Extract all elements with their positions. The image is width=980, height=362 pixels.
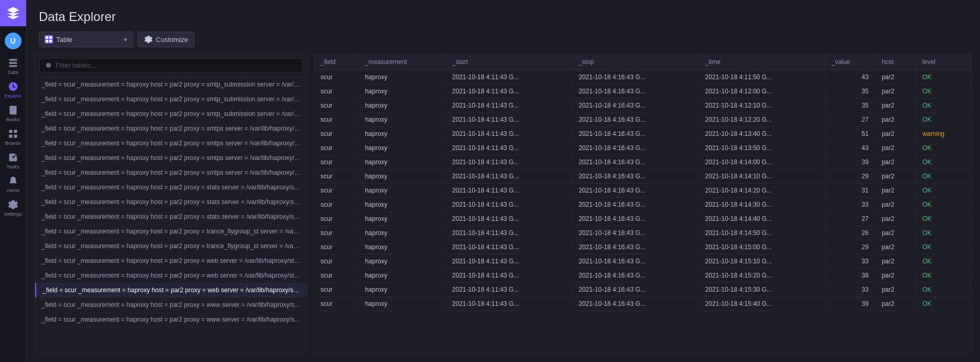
sidebar-item-settings[interactable]: Settings [0,195,26,219]
table-row: scurhaproxy2021-10-18 4:11:43 G...2021-1… [314,226,971,240]
table-list-item[interactable]: _field = scur _measurement = haproxy hos… [35,297,307,312]
cell-start: 2021-10-18 4:11:43 G... [445,155,572,169]
cell-measurement: haproxy [358,141,445,155]
cell-value: 33 [825,198,876,212]
toolbar: Table ▾ Customize [39,31,967,47]
cell-start: 2021-10-18 4:11:43 G... [445,198,572,212]
sidebar-item-explore[interactable]: Explore [0,77,26,101]
cell-field: scur [314,212,358,226]
sidebar-item-books[interactable]: Books [0,101,26,124]
sidebar-label-data: Data [7,69,18,75]
column-header-level: level [916,54,971,70]
app-logo[interactable] [0,0,26,26]
sidebar-item-alerts[interactable]: Alerts [0,172,26,195]
cell-value: 35 [825,84,876,99]
cell-time: 2021-10-18 4:13:50 G... [699,141,825,155]
table-list-item[interactable]: _field = scur _measurement = haproxy hos… [35,121,307,136]
table-list-item[interactable]: _field = scur _measurement = haproxy hos… [35,312,307,327]
cell-value: 38 [825,269,876,283]
table-list-item[interactable]: _field = scur _measurement = haproxy hos… [35,209,307,224]
cell-stop: 2021-10-18 4:16:43 G... [572,283,698,297]
cell-time: 2021-10-18 4:14:30 G... [699,198,825,212]
table-row: scurhaproxy2021-10-18 4:11:43 G...2021-1… [314,269,971,283]
cell-time: 2021-10-18 4:14:40 G... [699,212,825,226]
table-list-item[interactable]: _field = scur _measurement = haproxy hos… [35,92,307,107]
table-list-item[interactable]: _field = scur _measurement = haproxy hos… [35,239,307,253]
table-row: scurhaproxy2021-10-18 4:11:43 G...2021-1… [314,155,971,169]
content-area: _field = scur _measurement = haproxy hos… [26,54,980,362]
sidebar-label-books: Books [6,116,19,122]
cell-field: scur [314,226,358,240]
sidebar-item-tasks[interactable]: Tasks [0,148,26,172]
table-list-item[interactable]: _field = scur _measurement = haproxy hos… [35,136,307,151]
table-list-item[interactable]: _field = scur _measurement = haproxy hos… [35,165,307,180]
cell-value: 51 [825,127,876,141]
cell-value: 31 [825,184,876,198]
cell-level: OK [916,269,971,283]
cell-field: scur [314,141,358,155]
sidebar-item-data[interactable]: Data [0,54,26,77]
cell-stop: 2021-10-18 4:16:43 G... [572,113,698,127]
cell-stop: 2021-10-18 4:16:43 G... [572,184,698,198]
table-list-item[interactable]: _field = scur _measurement = haproxy hos… [35,268,307,283]
cell-time: 2021-10-18 4:13:40 G... [699,127,825,141]
cell-host: par2 [875,297,916,311]
sidebar-item-boards[interactable]: Boards [0,124,26,148]
table-row: scurhaproxy2021-10-18 4:11:43 G...2021-1… [314,254,971,269]
cell-level: OK [916,169,971,184]
cell-measurement: haproxy [358,212,445,226]
cell-measurement: haproxy [358,84,445,99]
cell-start: 2021-10-18 4:11:43 G... [445,240,572,254]
column-header-time: _time [699,54,825,70]
cell-host: par2 [875,169,916,184]
table-list-item[interactable]: _field = scur _measurement = haproxy hos… [35,77,307,92]
cell-value: 39 [825,297,876,311]
user-avatar[interactable]: U [5,33,22,49]
sidebar: U Data Explore Books Boards Tasks Alerts [0,0,26,362]
cell-host: par2 [875,226,916,240]
cell-time: 2021-10-18 4:14:20 G... [699,184,825,198]
table-list-item[interactable]: _field = scur _measurement = haproxy hos… [35,180,307,195]
tables-list: _field = scur _measurement = haproxy hos… [35,77,307,353]
view-type-dropdown[interactable]: Table ▾ [39,31,133,47]
table-list-item[interactable]: _field = scur _measurement = haproxy hos… [35,151,307,165]
cell-field: scur [314,155,358,169]
cell-time: 2021-10-18 4:14:50 G... [699,226,825,240]
search-input[interactable] [56,61,297,69]
view-type-label: Table [56,36,121,44]
table-list-item[interactable]: _field = scur _measurement = haproxy hos… [35,253,307,268]
table-list-item[interactable]: _field = scur _measurement = haproxy hos… [35,107,307,121]
sidebar-label-explore: Explore [4,93,21,99]
page-header: Data Explorer Table ▾ Customize [26,0,980,54]
data-panel: _field_measurement_start_stop_time_value… [314,54,972,354]
cell-field: scur [314,184,358,198]
sidebar-nav: Data Explore Books Boards Tasks Alerts S… [0,54,26,362]
cell-host: par2 [875,283,916,297]
table-icon [45,35,53,44]
cell-measurement: haproxy [358,99,445,113]
data-table: _field_measurement_start_stop_time_value… [314,54,971,311]
sidebar-label-tasks: Tasks [6,164,19,169]
cell-stop: 2021-10-18 4:16:43 G... [572,169,698,184]
cell-field: scur [314,269,358,283]
cell-time: 2021-10-18 4:15:20 G... [699,269,825,283]
customize-button[interactable]: Customize [137,31,195,47]
cell-value: 26 [825,226,876,240]
cell-measurement: haproxy [358,269,445,283]
table-list-item[interactable]: _field = scur _measurement = haproxy hos… [35,283,307,297]
cell-host: par2 [875,155,916,169]
table-row: scurhaproxy2021-10-18 4:11:43 G...2021-1… [314,141,971,155]
cell-stop: 2021-10-18 4:16:43 G... [572,269,698,283]
main-content: Data Explorer Table ▾ Customize [26,0,980,362]
cell-field: scur [314,113,358,127]
customize-label: Customize [156,36,188,44]
cell-level: OK [916,283,971,297]
cell-field: scur [314,198,358,212]
cell-time: 2021-10-18 4:15:40 G... [699,297,825,311]
table-row: scurhaproxy2021-10-18 4:11:43 G...2021-1… [314,169,971,184]
cell-measurement: haproxy [358,240,445,254]
cell-measurement: haproxy [358,226,445,240]
table-list-item[interactable]: _field = scur _measurement = haproxy hos… [35,224,307,239]
table-list-item[interactable]: _field = scur _measurement = haproxy hos… [35,195,307,209]
cell-time: 2021-10-18 4:12:20 G... [699,113,825,127]
